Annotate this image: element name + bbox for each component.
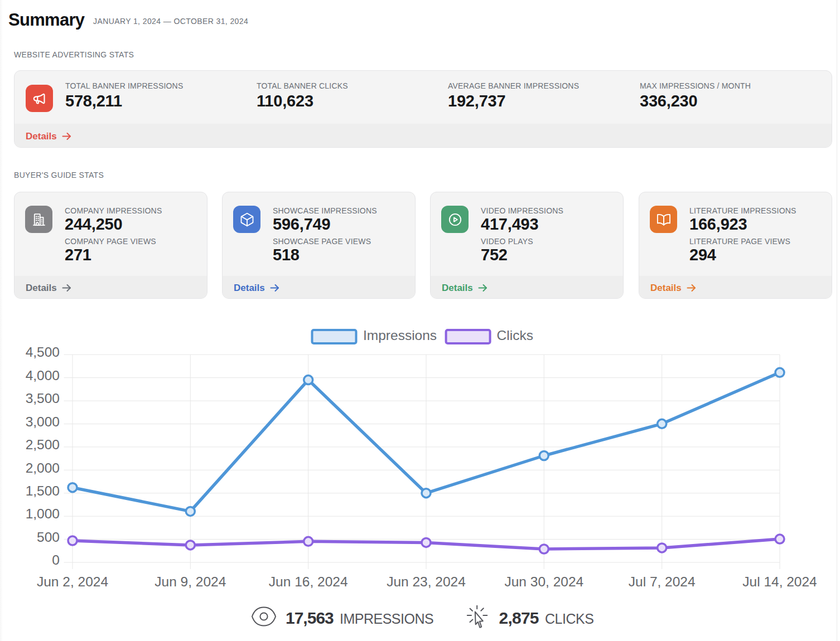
svg-text:2,500: 2,500 (26, 437, 60, 452)
svg-text:Clicks: Clicks (497, 328, 533, 343)
svg-text:Jun 2, 2024: Jun 2, 2024 (37, 574, 108, 589)
svg-text:4,500: 4,500 (26, 344, 60, 360)
svg-text:4,000: 4,000 (26, 368, 60, 383)
svg-text:2,000: 2,000 (26, 460, 60, 475)
svg-text:500: 500 (37, 530, 60, 545)
svg-text:Jun 9, 2024: Jun 9, 2024 (155, 574, 226, 589)
svg-text:3,500: 3,500 (26, 391, 60, 406)
svg-text:1,500: 1,500 (26, 483, 60, 498)
svg-text:0: 0 (52, 552, 60, 567)
svg-text:Jul 7, 2024: Jul 7, 2024 (629, 574, 696, 589)
svg-text:Jun 23, 2024: Jun 23, 2024 (387, 574, 466, 589)
svg-text:3,000: 3,000 (26, 414, 60, 429)
svg-text:Jun 30, 2024: Jun 30, 2024 (504, 574, 583, 589)
svg-text:Impressions: Impressions (363, 328, 437, 343)
svg-text:Jul 14, 2024: Jul 14, 2024 (742, 574, 817, 589)
svg-text:2,875: 2,875 (499, 609, 539, 627)
svg-text:1,000: 1,000 (26, 506, 60, 521)
svg-text:CLICKS: CLICKS (545, 611, 593, 627)
svg-text:IMPRESSIONS: IMPRESSIONS (340, 611, 433, 627)
svg-text:17,563: 17,563 (286, 609, 334, 627)
svg-text:Jun 16, 2024: Jun 16, 2024 (269, 574, 348, 589)
